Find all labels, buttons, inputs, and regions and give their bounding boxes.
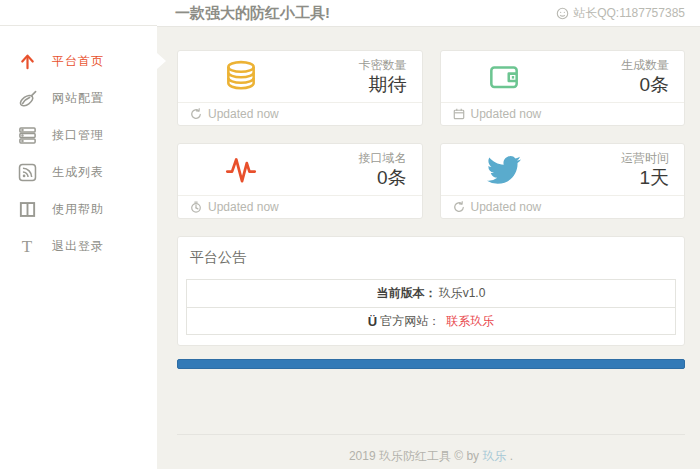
card-meta: 接口域名 0条 xyxy=(359,151,407,189)
sidebar-item-logout[interactable]: T 退出登录 xyxy=(0,228,157,265)
footer-suffix: . xyxy=(510,449,513,463)
card-meta: 生成数量 0条 xyxy=(621,58,669,96)
page-footer: 2019 玖乐防红工具 © by 玖乐 . xyxy=(177,434,685,465)
version-label: 当前版本： xyxy=(377,285,437,302)
card-value: 期待 xyxy=(359,73,407,96)
contact-link[interactable]: 联系玖乐 xyxy=(446,313,494,330)
sidebar-item-label: 网站配置 xyxy=(52,90,104,107)
card-meta: 运营时间 1天 xyxy=(621,151,669,189)
stat-card-generated-count: 生成数量 0条 Updated now xyxy=(440,50,686,126)
sidebar-item-site-config[interactable]: 网站配置 xyxy=(0,80,157,117)
columns-icon xyxy=(17,199,38,220)
card-footer-refresh[interactable]: Updated now xyxy=(178,102,422,125)
version-value: 玖乐v1.0 xyxy=(439,285,486,302)
stat-card-runtime: 运营时间 1天 Updated now xyxy=(440,143,686,219)
card-body: 运营时间 1天 xyxy=(441,144,685,195)
sidebar-header xyxy=(0,0,157,26)
calendar-icon xyxy=(453,108,465,120)
card-body: 接口域名 0条 xyxy=(178,144,422,195)
refresh-icon xyxy=(453,201,465,213)
announcement-row-version: 当前版本： 玖乐v1.0 xyxy=(187,280,675,307)
sidebar-item-generate-list[interactable]: 生成列表 xyxy=(0,154,157,191)
card-footer-label: Updated now xyxy=(208,107,279,121)
card-value: 0条 xyxy=(621,73,669,96)
announcement-row-website: Ü 官方网站： 联系玖乐 xyxy=(187,307,675,334)
arrow-up-icon xyxy=(17,51,38,72)
webmaster-qq: 站长QQ:1187757385 xyxy=(556,5,685,22)
card-footer-refresh[interactable]: Updated now xyxy=(441,195,685,218)
progress-bar xyxy=(177,359,685,369)
card-footer-label: Updated now xyxy=(471,107,542,121)
brush-icon xyxy=(17,88,38,109)
website-label: 官方网站： xyxy=(380,313,440,330)
card-footer-label: Updated now xyxy=(208,200,279,214)
card-footer-label: Updated now xyxy=(471,200,542,214)
sidebar-item-label: 退出登录 xyxy=(52,238,104,255)
sidebar-item-label: 使用帮助 xyxy=(52,201,104,218)
stat-cards-row-1: 卡密数量 期待 Updated now xyxy=(177,50,685,126)
sidebar-item-label: 平台首页 xyxy=(52,53,104,70)
refresh-icon xyxy=(190,108,202,120)
card-value: 0条 xyxy=(359,166,407,189)
server-icon xyxy=(17,125,38,146)
twitter-icon xyxy=(484,150,524,190)
card-label: 运营时间 xyxy=(621,151,669,166)
card-label: 生成数量 xyxy=(621,58,669,73)
card-body: 卡密数量 期待 xyxy=(178,51,422,102)
page-title: 一款强大的防红小工具! xyxy=(175,4,556,23)
footer-text: 2019 玖乐防红工具 © by xyxy=(349,449,479,463)
stat-cards-row-2: 接口域名 0条 Updated now xyxy=(177,143,685,219)
card-footer-refresh[interactable]: Updated now xyxy=(178,195,422,218)
card-meta: 卡密数量 期待 xyxy=(359,58,407,96)
qq-label: 站长QQ:1187757385 xyxy=(573,5,685,22)
stat-card-card-count: 卡密数量 期待 Updated now xyxy=(177,50,423,126)
announcement-panel: 平台公告 当前版本： 玖乐v1.0 Ü 官方网站： 联系玖乐 xyxy=(177,236,685,346)
active-item-notch xyxy=(157,53,166,69)
footer-brand-link[interactable]: 玖乐 xyxy=(482,449,506,463)
magnet-icon: Ü xyxy=(368,314,377,329)
database-icon xyxy=(221,57,261,97)
card-body: 生成数量 0条 xyxy=(441,51,685,102)
stat-card-api-domains: 接口域名 0条 Updated now xyxy=(177,143,423,219)
sidebar-item-help[interactable]: 使用帮助 xyxy=(0,191,157,228)
text-icon: T xyxy=(17,236,38,257)
sidebar-item-label: 接口管理 xyxy=(52,127,104,144)
card-footer-refresh[interactable]: Updated now xyxy=(441,102,685,125)
wallet-icon xyxy=(484,57,524,97)
content: 卡密数量 期待 Updated now xyxy=(157,27,700,465)
sidebar: 平台首页 网站配置 xyxy=(0,0,157,469)
sidebar-item-label: 生成列表 xyxy=(52,164,104,181)
smiley-icon xyxy=(556,7,569,20)
card-value: 1天 xyxy=(621,166,669,189)
announcement-title: 平台公告 xyxy=(190,249,676,267)
top-bar: 一款强大的防红小工具! 站长QQ:1187757385 xyxy=(157,0,700,27)
announcement-table: 当前版本： 玖乐v1.0 Ü 官方网站： 联系玖乐 xyxy=(186,279,676,335)
main-area: 一款强大的防红小工具! 站长QQ:1187757385 xyxy=(157,0,700,469)
pulse-icon xyxy=(221,150,261,190)
card-label: 卡密数量 xyxy=(359,58,407,73)
sidebar-menu: 平台首页 网站配置 xyxy=(0,26,157,265)
clock-icon xyxy=(190,201,202,213)
sidebar-item-api-manage[interactable]: 接口管理 xyxy=(0,117,157,154)
sidebar-item-home[interactable]: 平台首页 xyxy=(0,43,157,80)
card-label: 接口域名 xyxy=(359,151,407,166)
rss-icon xyxy=(17,162,38,183)
